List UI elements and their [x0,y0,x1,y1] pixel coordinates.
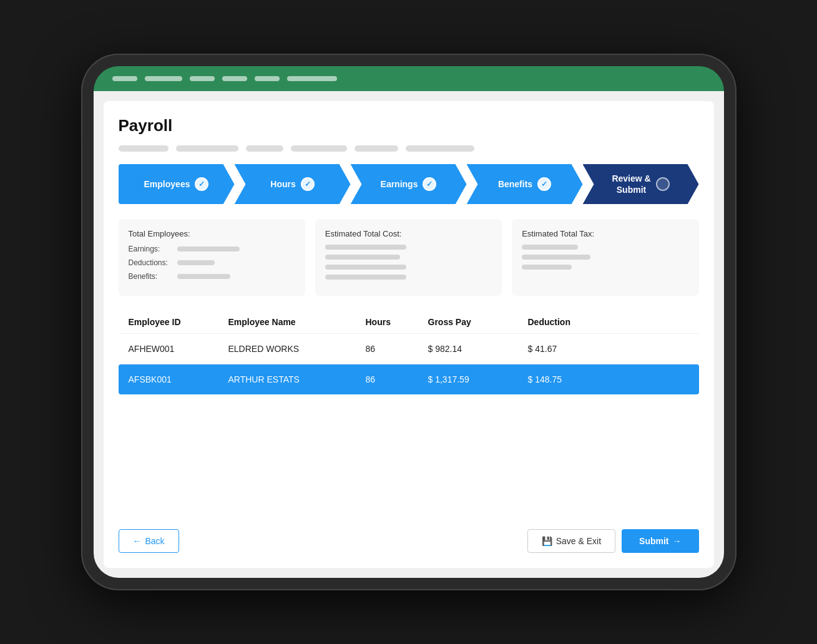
benefits-label: Benefits: [129,272,172,281]
save-label: Save & Exit [556,536,601,546]
save-icon: 💾 [542,536,552,546]
step-earnings[interactable]: Earnings ✓ [351,164,467,204]
step-earnings-label: Earnings [381,179,418,189]
estimated-tax-label: Estimated Total Tax: [522,229,688,238]
nav-skeleton [176,145,238,152]
cell-deduction-2: $ 148.75 [528,374,628,384]
col-employee-id: Employee ID [129,317,228,327]
progress-stepper: Employees ✓ Hours ✓ Earnings ✓ Benefits … [119,164,699,204]
earnings-label: Earnings: [129,245,172,253]
tablet-frame: Payroll Employees ✓ Hours ✓ [81,54,736,590]
cell-deduction: $ 41.67 [528,344,628,354]
screen-content: Payroll Employees ✓ Hours ✓ [104,101,714,568]
nav-skeleton [246,145,283,152]
nav-skeleton [291,145,347,152]
save-exit-button[interactable]: 💾 Save & Exit [527,529,615,553]
step-review[interactable]: Review &Submit [583,164,699,204]
step-hours[interactable]: Hours ✓ [235,164,351,204]
step-hours-label: Hours [270,179,295,189]
deductions-row: Deductions: [129,258,295,267]
tax-skeleton-2 [522,255,590,260]
top-pill [190,76,215,81]
employee-table: Employee ID Employee Name Hours Gross Pa… [119,311,699,519]
step-benefits[interactable]: Benefits ✓ [467,164,583,204]
cost-skeleton-2 [325,255,400,260]
benefits-skeleton [177,274,230,279]
skeleton-nav [119,145,699,152]
submit-button[interactable]: Submit → [622,529,698,553]
step-review-label: Review &Submit [612,173,650,195]
nav-skeleton [355,145,398,152]
cell-gross-pay-2: $ 1,317.59 [428,374,528,384]
nav-skeleton [406,145,474,152]
cell-gross-pay: $ 982.14 [428,344,528,354]
table-row-highlighted[interactable]: AFSBK001 ARTHUR ESTATS 86 $ 1,317.59 $ 1… [119,364,699,394]
page-title: Payroll [119,116,699,135]
step-employees[interactable]: Employees ✓ [119,164,235,204]
estimated-tax-card: Estimated Total Tax: [512,219,698,296]
step-review-circle [656,177,670,191]
col-gross-pay: Gross Pay [428,317,528,327]
earnings-skeleton [177,246,240,251]
cell-employee-id: AFHEW001 [129,344,228,354]
tax-skeleton-1 [522,245,578,250]
total-employees-label: Total Employees: [129,229,295,238]
top-pill [145,76,182,81]
table-header-row: Employee ID Employee Name Hours Gross Pa… [119,311,699,333]
cost-skeleton-4 [325,275,406,280]
submit-label: Submit [639,536,668,546]
col-deduction: Deduction [528,317,628,327]
step-employees-check: ✓ [195,177,208,191]
tablet-top-bar [94,66,724,91]
right-actions: 💾 Save & Exit Submit → [527,529,699,553]
top-pill [255,76,280,81]
back-label: Back [145,536,165,546]
cell-hours: 86 [366,344,428,354]
benefits-row: Benefits: [129,272,295,281]
back-button[interactable]: ← Back [119,529,179,553]
cell-employee-id-2: AFSBK001 [129,374,228,384]
back-arrow-icon: ← [133,536,142,546]
step-earnings-check: ✓ [423,177,436,191]
cost-skeleton-1 [325,245,406,250]
deductions-label: Deductions: [129,258,172,267]
step-benefits-label: Benefits [498,179,532,189]
submit-arrow-icon: → [673,536,682,546]
nav-skeleton [119,145,169,152]
top-pill [112,76,137,81]
summary-section: Total Employees: Earnings: Deductions: B… [119,219,699,296]
step-employees-label: Employees [144,179,190,189]
table-row[interactable]: AFHEW001 ELDRED WORKS 86 $ 982.14 $ 41.6… [119,333,699,364]
estimated-cost-card: Estimated Total Cost: [315,219,502,296]
col-employee-name: Employee Name [228,317,366,327]
estimated-cost-label: Estimated Total Cost: [325,229,492,238]
top-pill [222,76,247,81]
earnings-row: Earnings: [129,245,295,253]
top-pill [287,76,337,81]
bottom-actions: ← Back 💾 Save & Exit Submit → [119,519,699,553]
step-hours-check: ✓ [301,177,315,191]
tax-skeleton-3 [522,265,572,270]
cell-employee-name-2: ARTHUR ESTATS [228,374,366,384]
total-employees-card: Total Employees: Earnings: Deductions: B… [119,219,305,296]
cost-skeleton-3 [325,265,406,270]
tablet-screen: Payroll Employees ✓ Hours ✓ [94,91,724,578]
cell-employee-name: ELDRED WORKS [228,344,366,354]
cell-hours-2: 86 [366,374,428,384]
deductions-skeleton [177,260,215,265]
col-hours: Hours [366,317,428,327]
step-benefits-check: ✓ [537,177,551,191]
